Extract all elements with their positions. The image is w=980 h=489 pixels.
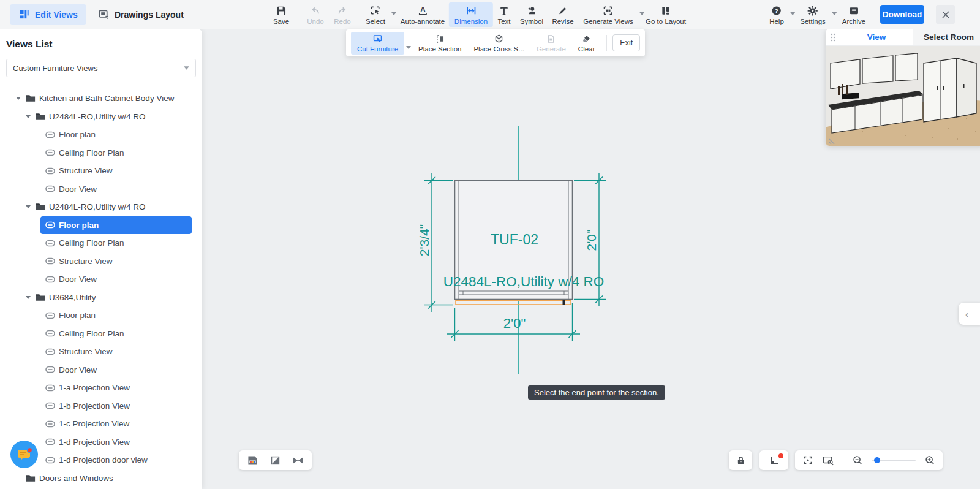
view-link-icon: [45, 149, 55, 156]
clear-button[interactable]: Clear: [572, 32, 601, 55]
tree-view-row[interactable]: Floor plan: [0, 306, 202, 325]
archive-button[interactable]: Archive: [837, 2, 871, 27]
place-section-icon: [435, 34, 445, 44]
svg-text:?: ?: [775, 7, 778, 13]
generate-views-button[interactable]: Generate Views: [578, 2, 639, 27]
dim-left-label: 2'3/4": [417, 224, 431, 256]
symbol-button[interactable]: Symbol: [514, 2, 549, 27]
tree-view-row[interactable]: Structure View: [0, 343, 202, 361]
tree-expand-caret[interactable]: [24, 296, 32, 299]
fit-view-icon[interactable]: [802, 455, 813, 466]
view-link-icon: [45, 276, 55, 283]
tree-view-row[interactable]: Ceiling Floor Plan: [0, 144, 202, 162]
preview-tab-view[interactable]: View: [840, 29, 913, 45]
preview-tab-select-room[interactable]: Select Room: [913, 29, 980, 45]
view-link-icon: [45, 240, 55, 247]
tree-folder-row[interactable]: U2484L-RO,Utility w/4 RO: [0, 198, 202, 216]
collapse-panel-tab[interactable]: ‹: [959, 303, 980, 325]
place-section-button[interactable]: Place Section: [412, 32, 467, 55]
zoom-out-icon[interactable]: [852, 455, 863, 466]
redo-icon: [337, 5, 349, 17]
close-icon: [941, 10, 950, 19]
zoom-slider-knob[interactable]: [874, 457, 880, 463]
settings-button[interactable]: Settings: [794, 2, 831, 27]
zoom-slider[interactable]: [872, 460, 916, 461]
views-filter-select[interactable]: Custom Furniture Views: [6, 59, 196, 77]
zoom-toolbar: [795, 450, 943, 470]
tree-expand-caret[interactable]: [24, 205, 32, 208]
save-button[interactable]: Save: [268, 2, 295, 27]
view-link-icon: [45, 366, 55, 373]
zoom-in-icon[interactable]: [924, 455, 935, 466]
select-button[interactable]: Select: [360, 2, 391, 27]
section-flip-icon[interactable]: [292, 456, 304, 465]
shading-toggle-icon[interactable]: [270, 455, 281, 466]
tree-view-row[interactable]: Door View: [0, 180, 202, 199]
view-link-icon: [45, 348, 55, 355]
view-link-icon: [45, 312, 55, 319]
symbol-icon: [526, 5, 537, 17]
views-tree: Kitchen and Bath Cabinet Body View U2484…: [0, 89, 202, 487]
view-link-icon: [45, 420, 55, 428]
lock-view-button[interactable]: [729, 450, 752, 470]
folder-icon: [36, 294, 45, 301]
dimension-button[interactable]: Dimension: [449, 2, 493, 27]
auto-annotate-button[interactable]: A Auto-annotate: [395, 2, 450, 27]
view-link-icon: [45, 438, 55, 445]
tree-view-row[interactable]: Floor plan: [0, 126, 202, 144]
place-cross-section-button[interactable]: Place Cross S...: [467, 32, 530, 55]
folder-icon: [26, 474, 36, 482]
tab-drawings-layout[interactable]: Drawings Layout: [89, 4, 192, 25]
material-view-icon[interactable]: [247, 455, 258, 466]
tree-view-row[interactable]: Ceiling Floor Plan: [0, 234, 202, 252]
close-button[interactable]: [936, 5, 955, 24]
redo-button[interactable]: Redo: [328, 2, 356, 27]
tree-view-row[interactable]: 1-a Projection View: [0, 379, 202, 397]
tree-folder-row[interactable]: U3684,Utility: [0, 289, 202, 307]
text-button[interactable]: Text: [492, 2, 516, 27]
toolbar-divider: [843, 454, 843, 466]
view-link-icon: [45, 185, 55, 192]
generate-views-icon: [603, 5, 614, 17]
axis-tool-button[interactable]: [760, 450, 788, 470]
display-options-toolbar: [239, 450, 312, 470]
dimension-icon: [465, 5, 477, 17]
tree-view-row[interactable]: Door View: [0, 270, 202, 289]
tree-view-row[interactable]: 1-b Projection View: [0, 397, 202, 415]
room-3d-preview[interactable]: [826, 46, 980, 146]
notification-dot: [778, 453, 783, 458]
chevron-down-icon: [184, 66, 189, 70]
chat-button[interactable]: [10, 441, 38, 468]
exit-button[interactable]: Exit: [612, 34, 640, 51]
chevron-down-icon[interactable]: [406, 46, 411, 49]
revise-button[interactable]: Revise: [546, 2, 579, 27]
tree-view-row[interactable]: Floor plan: [40, 216, 192, 235]
tree-view-row[interactable]: Structure View: [0, 162, 202, 180]
views-filter-value: Custom Furniture Views: [13, 64, 97, 73]
view-link-icon: [45, 131, 55, 138]
tab-edit-views-label: Edit Views: [35, 10, 78, 20]
chevron-down-icon: [832, 12, 837, 15]
tree-expand-caret[interactable]: [15, 97, 22, 100]
tree-folder-row[interactable]: U2484L-RO,Utility w/4 RO: [0, 108, 202, 126]
cabinet-name-label: U2484L-RO,Utility w/4 RO: [443, 274, 605, 289]
go-to-layout-button[interactable]: Go to Layout: [640, 2, 692, 27]
tree-expand-caret[interactable]: [24, 115, 32, 118]
download-button[interactable]: Download: [880, 5, 924, 24]
text-icon: [499, 5, 510, 17]
cut-furniture-icon: [372, 34, 383, 44]
zoom-region-icon[interactable]: [822, 455, 834, 466]
undo-button[interactable]: Undo: [301, 2, 330, 27]
tab-edit-views[interactable]: Edit Views: [10, 4, 86, 25]
view-link-icon: [45, 384, 55, 392]
help-button[interactable]: ? Help: [764, 2, 790, 27]
tree-view-row[interactable]: 1-c Projection View: [0, 415, 202, 433]
cut-furniture-button[interactable]: Cut Furniture: [351, 32, 404, 55]
tree-view-row[interactable]: Ceiling Floor Plan: [0, 325, 202, 343]
drag-handle-icon[interactable]: [826, 29, 840, 45]
generate-button[interactable]: Generate: [530, 32, 572, 55]
tree-folder-row[interactable]: Kitchen and Bath Cabinet Body View: [0, 89, 202, 108]
tree-view-row[interactable]: Structure View: [0, 252, 202, 271]
tree-folder-row[interactable]: Doors and Windows: [0, 469, 202, 488]
tree-view-row[interactable]: Door View: [0, 361, 202, 379]
